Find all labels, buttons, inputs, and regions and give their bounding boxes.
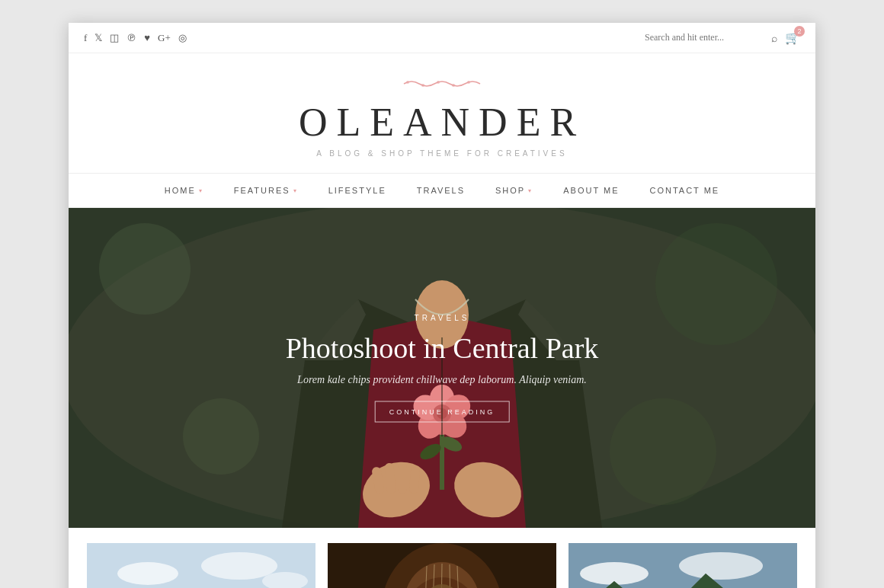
svg-point-7 xyxy=(99,223,191,315)
nav-features[interactable]: FEATURES ▾ xyxy=(219,174,313,207)
svg-point-10 xyxy=(610,398,716,505)
main-nav: HOME ▾ FEATURES ▾ LIFESTYLE TRAVELS SHOP… xyxy=(69,174,815,208)
search-button[interactable]: ⌕ xyxy=(771,32,777,44)
svg-point-1 xyxy=(421,84,424,87)
hero-section: TRAVELS Photoshoot in Central Park Lorem… xyxy=(69,208,815,528)
top-right: ⌕ 🛒 2 xyxy=(645,30,800,45)
post-thumbnail-1[interactable] xyxy=(87,543,315,588)
instagram-icon[interactable]: ◫ xyxy=(110,32,119,44)
hero-title: Photoshoot in Central Park xyxy=(286,331,599,365)
hero-excerpt: Lorem kale chips provident chillwave dep… xyxy=(286,374,599,386)
pinterest-icon[interactable]: ℗ xyxy=(127,32,136,44)
post-thumbnail-2[interactable] xyxy=(328,543,556,588)
shop-arrow: ▾ xyxy=(528,187,533,194)
nav-travels[interactable]: TRAVELS xyxy=(402,174,480,207)
hero-content: TRAVELS Photoshoot in Central Park Lorem… xyxy=(286,314,599,423)
nav-about[interactable]: ABOUT ME xyxy=(548,174,634,207)
site-header: OLEANDER A BLOG & SHOP THEME FOR CREATIV… xyxy=(69,53,815,174)
social-icons: f 𝕏 ◫ ℗ ♥ G+ ◎ xyxy=(84,32,187,44)
site-title: OLEANDER xyxy=(84,100,800,145)
cart-badge: 2 xyxy=(794,26,805,37)
browser-window: f 𝕏 ◫ ℗ ♥ G+ ◎ ⌕ 🛒 2 xyxy=(69,23,815,588)
hero-cta-button[interactable]: CONTINUE READING xyxy=(375,401,510,423)
post-card-3 xyxy=(569,543,797,588)
post-thumbnail-3[interactable] xyxy=(569,543,797,588)
svg-point-34 xyxy=(117,562,178,585)
svg-point-8 xyxy=(655,223,777,345)
facebook-icon[interactable]: f xyxy=(84,32,87,44)
search-input[interactable] xyxy=(645,32,767,43)
top-bar: f 𝕏 ◫ ℗ ♥ G+ ◎ ⌕ 🛒 2 xyxy=(69,23,815,53)
svg-point-3 xyxy=(452,84,455,87)
nav-shop[interactable]: SHOP ▾ xyxy=(480,174,548,207)
svg-point-9 xyxy=(183,398,259,475)
home-arrow: ▾ xyxy=(199,187,203,194)
post-card-1 xyxy=(87,543,315,588)
cart-icon[interactable]: 🛒 2 xyxy=(785,30,800,45)
post-card-2 xyxy=(328,543,556,588)
nav-lifestyle[interactable]: LIFESTYLE xyxy=(313,174,402,207)
svg-rect-16 xyxy=(398,463,407,494)
svg-point-2 xyxy=(437,81,440,84)
nav-home[interactable]: HOME ▾ xyxy=(149,174,219,207)
nav-contact[interactable]: CONTACT ME xyxy=(634,174,735,207)
search-bar: ⌕ xyxy=(645,32,777,44)
post-grid xyxy=(69,528,815,588)
svg-point-4 xyxy=(467,81,470,84)
rss-icon[interactable]: ◎ xyxy=(178,32,187,44)
hero-category: TRAVELS xyxy=(286,314,599,322)
svg-point-0 xyxy=(406,81,409,84)
svg-point-35 xyxy=(201,552,277,580)
twitter-icon[interactable]: 𝕏 xyxy=(94,32,102,44)
heart-icon[interactable]: ♥ xyxy=(144,32,150,44)
features-arrow: ▾ xyxy=(293,187,298,194)
site-tagline: A BLOG & SHOP THEME FOR CREATIVES xyxy=(84,149,800,158)
header-decoration xyxy=(84,76,800,95)
googleplus-icon[interactable]: G+ xyxy=(158,32,171,44)
svg-point-51 xyxy=(679,552,763,580)
